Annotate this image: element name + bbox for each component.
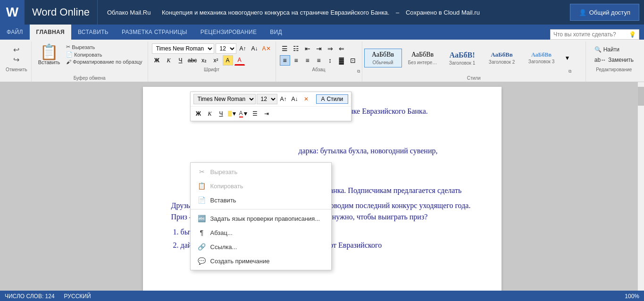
rtl-button[interactable]: ⇐ bbox=[336, 43, 347, 54]
ctx-separator1 bbox=[191, 209, 331, 209]
float-size-select[interactable]: 12 bbox=[257, 94, 277, 104]
border-button[interactable]: ⊡ bbox=[348, 55, 358, 66]
tab-home[interactable]: ГЛАВНАЯ bbox=[30, 25, 71, 40]
paragraph-group-label: Абзац bbox=[312, 66, 326, 72]
paragraph-group: ☰ ☷ ⇤ ⇥ ⇒ ⇐ ≡ ≡ ≡ ≡ ↕ ▓ ⊡ Абзац ⧉ bbox=[276, 42, 362, 82]
float-italic-button[interactable]: К bbox=[205, 109, 215, 119]
increase-font-button[interactable]: A↑ bbox=[238, 43, 248, 54]
tab-layout[interactable]: РАЗМЕТКА СТРАНИЦЫ bbox=[115, 25, 194, 40]
document-area: Times New Roman 12 A↑ A↓ ✕ A Стили Ж К Ч bbox=[0, 82, 644, 291]
float-indent-button[interactable]: ⇥ bbox=[261, 109, 272, 119]
font-color-a-icon: A bbox=[239, 110, 243, 117]
justify-button[interactable]: ≡ bbox=[314, 55, 324, 66]
font-name-select[interactable]: Times New Roman bbox=[152, 43, 214, 54]
ctx-copy[interactable]: 📋 Копировать bbox=[191, 179, 331, 193]
float-styles-label: Стили bbox=[327, 96, 343, 102]
copy-label: Копировать bbox=[74, 52, 102, 58]
undo-button[interactable]: ↩ bbox=[13, 45, 19, 54]
cut-button[interactable]: ✂ Вырезать bbox=[65, 43, 143, 50]
style-heading1[interactable]: АаБбВ! Заголовок 1 bbox=[443, 48, 481, 68]
ctx-paragraph[interactable]: ¶ Абзац... bbox=[191, 226, 331, 240]
subscript-button[interactable]: x₂ bbox=[199, 55, 209, 66]
ctx-spell-label: Задать язык проверки правописания... bbox=[210, 215, 320, 222]
indent-button[interactable]: ⇥ bbox=[314, 43, 324, 54]
ribbon-search-input[interactable] bbox=[553, 31, 629, 38]
ordered-list-button[interactable]: ☷ bbox=[291, 43, 301, 54]
float-increase-font[interactable]: A↑ bbox=[278, 94, 289, 104]
font-group-label: Шрифт bbox=[204, 66, 219, 72]
float-toolbar-row1: Times New Roman 12 A↑ A↓ ✕ A Стили bbox=[191, 92, 351, 107]
float-styles-button[interactable]: A Стили bbox=[316, 94, 349, 104]
decrease-font-button[interactable]: A↓ bbox=[250, 43, 260, 54]
ctx-link[interactable]: 🔗 Ссылка... bbox=[191, 240, 331, 254]
align-center-button[interactable]: ≡ bbox=[291, 55, 301, 66]
paste-button[interactable]: 📋 Вставить bbox=[35, 43, 63, 72]
undo-group: ↩ ↪ Отменить bbox=[2, 42, 32, 82]
ctx-cut[interactable]: ✂ Вырезать bbox=[191, 165, 331, 179]
style-heading3[interactable]: АаБбВв Заголовок 3 bbox=[523, 49, 560, 67]
share-button[interactable]: 👤 Общий доступ bbox=[570, 4, 639, 21]
superscript-button[interactable]: x² bbox=[211, 55, 221, 66]
separator: – bbox=[396, 9, 399, 16]
document-page[interactable]: Times New Roman 12 A↑ A↓ ✕ A Стили Ж К Ч bbox=[143, 87, 502, 291]
style-heading2[interactable]: АаБбВв Заголовок 2 bbox=[483, 49, 521, 67]
align-right-button[interactable]: ≡ bbox=[302, 55, 313, 66]
doc-title-area: Облако Mail.Ru Концепция и механика ново… bbox=[98, 9, 570, 16]
style-no-spacing[interactable]: АаБбВв Без интере… bbox=[404, 49, 442, 67]
underline-button[interactable]: Ч bbox=[176, 55, 186, 66]
styles-expand-icon[interactable]: ⧉ bbox=[569, 69, 571, 74]
editing-group: 🔍 Найти ab↔ Заменить Редактирование bbox=[586, 42, 642, 82]
unordered-list-button[interactable]: ☰ bbox=[280, 43, 290, 54]
font-color-button[interactable]: A bbox=[234, 55, 245, 66]
editing-group-label: Редактирование bbox=[596, 66, 632, 72]
scrollbar[interactable] bbox=[637, 82, 644, 291]
ltr-button[interactable]: ⇒ bbox=[325, 43, 335, 54]
clipboard-group-label: Буфер обмена bbox=[32, 75, 148, 81]
font-size-select[interactable]: 12 bbox=[216, 43, 236, 54]
scroll-thumb[interactable] bbox=[638, 87, 644, 106]
cut-label: Вырезать bbox=[72, 44, 95, 50]
redo-button[interactable]: ↪ bbox=[13, 55, 19, 64]
ctx-spell-lang[interactable]: 🔤 Задать язык проверки правописания... bbox=[191, 211, 331, 226]
strikethrough-button[interactable]: abc bbox=[187, 55, 198, 66]
ctx-paste[interactable]: 📄 Вставить bbox=[191, 193, 331, 207]
shading-button[interactable]: ▓ bbox=[336, 55, 347, 66]
ctx-para-icon: ¶ bbox=[198, 229, 206, 236]
align-left-button[interactable]: ≡ bbox=[280, 55, 290, 66]
style-normal[interactable]: АаБбВв Обычный bbox=[364, 49, 402, 67]
float-font-select[interactable]: Times New Roman bbox=[193, 94, 256, 104]
replace-button[interactable]: ab↔ Заменить bbox=[593, 56, 636, 64]
bold-button[interactable]: Ж bbox=[152, 55, 162, 66]
italic-button[interactable]: К bbox=[164, 55, 174, 66]
float-decrease-font[interactable]: A↓ bbox=[290, 94, 300, 104]
ribbon-search-box[interactable]: 💡 bbox=[550, 29, 639, 40]
styles-list: АаБбВв Обычный АаБбВв Без интере… АаБбВ!… bbox=[364, 48, 584, 68]
styles-expand-button[interactable]: ▼ bbox=[562, 53, 573, 63]
float-bold-button[interactable]: Ж bbox=[193, 109, 204, 119]
float-highlight-button[interactable]: ▼ bbox=[227, 109, 238, 119]
ribbon-tabs: ФАЙЛ ГЛАВНАЯ ВСТАВИТЬ РАЗМЕТКА СТРАНИЦЫ … bbox=[0, 25, 644, 40]
outdent-button[interactable]: ⇤ bbox=[302, 43, 313, 54]
copy-button[interactable]: 📄 Копировать bbox=[65, 51, 143, 58]
paste-label: Вставить bbox=[38, 59, 60, 65]
paragraph-expand-icon[interactable]: ⧉ bbox=[357, 69, 360, 74]
float-underline-button[interactable]: Ч bbox=[216, 109, 226, 119]
tab-review[interactable]: РЕЦЕНЗИРОВАНИЕ bbox=[194, 25, 264, 40]
highlight-icon bbox=[228, 111, 232, 117]
clear-format-button[interactable]: A✕ bbox=[261, 43, 272, 54]
float-font-color-button[interactable]: A ▼ bbox=[239, 109, 249, 119]
format-painter-button[interactable]: 🖌 Форматирование по образцу bbox=[65, 59, 143, 65]
line-spacing-button[interactable]: ↕ bbox=[325, 55, 335, 66]
tab-view[interactable]: ВИД bbox=[263, 25, 289, 40]
tab-file[interactable]: ФАЙЛ bbox=[0, 25, 30, 40]
find-button[interactable]: 🔍 Найти bbox=[593, 45, 636, 54]
ctx-comment[interactable]: 💬 Создать примечание bbox=[191, 254, 331, 268]
tab-insert[interactable]: ВСТАВИТЬ bbox=[71, 25, 115, 40]
float-clear-format[interactable]: ✕ bbox=[301, 94, 311, 104]
status-bar: ЧИСЛО СЛОВ: 124 РУССКИЙ 100% bbox=[0, 291, 644, 301]
ctx-para-label: Абзац... bbox=[210, 229, 233, 236]
word-logo-icon: W bbox=[6, 5, 18, 20]
float-bullet-button[interactable]: ☰ bbox=[250, 109, 260, 119]
style-normal-preview: АаБбВв bbox=[372, 51, 394, 59]
highlight-button[interactable]: A bbox=[223, 55, 233, 66]
